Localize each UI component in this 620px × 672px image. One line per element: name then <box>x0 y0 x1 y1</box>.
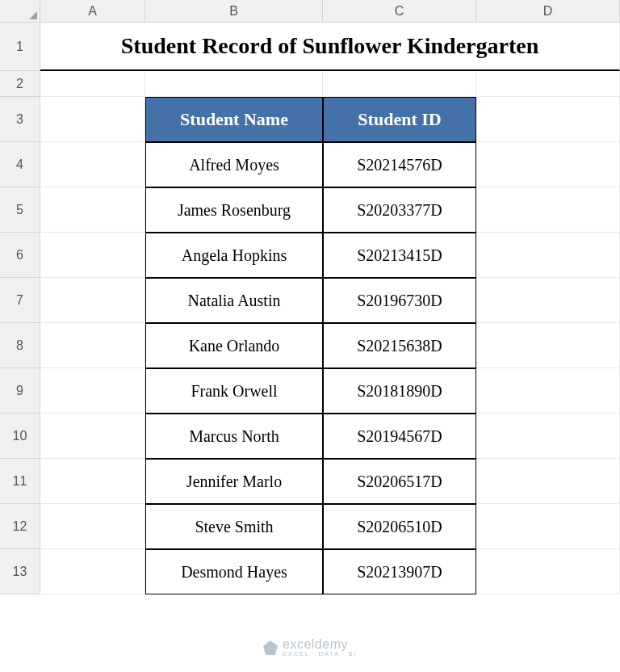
col-header-d[interactable]: D <box>476 0 620 23</box>
table-row[interactable]: S20213907D <box>323 549 476 594</box>
row-header-4[interactable]: 4 <box>0 142 40 187</box>
table-header-name[interactable]: Student Name <box>145 97 323 142</box>
table-row[interactable]: S20203377D <box>323 187 476 233</box>
row-header-7[interactable]: 7 <box>0 278 40 323</box>
watermark-sub: EXCEL · DATA · BI <box>283 651 357 657</box>
row-header-10[interactable]: 10 <box>0 414 40 459</box>
col-header-a[interactable]: A <box>40 0 145 23</box>
row-header-2[interactable]: 2 <box>0 71 40 97</box>
table-row[interactable]: Alfred Moyes <box>145 142 323 187</box>
table-row[interactable]: S20206510D <box>323 504 476 549</box>
row-header-6[interactable]: 6 <box>0 233 40 278</box>
cell-a2[interactable] <box>40 71 145 97</box>
cell-d6[interactable] <box>476 233 620 278</box>
cell-d13[interactable] <box>476 549 620 594</box>
col-header-c[interactable]: C <box>323 0 476 23</box>
cell-a13[interactable] <box>40 549 145 594</box>
cell-a6[interactable] <box>40 233 145 278</box>
table-row[interactable]: Frank Orwell <box>145 368 323 414</box>
exceldemy-logo-icon <box>263 640 278 655</box>
cell-d9[interactable] <box>476 368 620 414</box>
row-header-8[interactable]: 8 <box>0 323 40 368</box>
table-row[interactable]: S20194567D <box>323 414 476 459</box>
row-header-11[interactable]: 11 <box>0 459 40 504</box>
cell-d2[interactable] <box>476 71 620 97</box>
cell-d5[interactable] <box>476 187 620 233</box>
table-row[interactable]: Kane Orlando <box>145 323 323 368</box>
table-row[interactable]: Desmond Hayes <box>145 549 323 594</box>
cell-d10[interactable] <box>476 414 620 459</box>
table-row[interactable]: S20215638D <box>323 323 476 368</box>
table-row[interactable]: Steve Smith <box>145 504 323 549</box>
cell-c2[interactable] <box>323 71 476 97</box>
table-row[interactable]: S20213415D <box>323 233 476 278</box>
table-row[interactable]: S20181890D <box>323 368 476 414</box>
table-row[interactable]: S20214576D <box>323 142 476 187</box>
table-row[interactable]: S20196730D <box>323 278 476 323</box>
table-row[interactable]: S20206517D <box>323 459 476 504</box>
table-row[interactable]: Marcus North <box>145 414 323 459</box>
row-header-13[interactable]: 13 <box>0 549 40 594</box>
cell-a7[interactable] <box>40 278 145 323</box>
row-header-1[interactable]: 1 <box>0 23 40 71</box>
cell-a3[interactable] <box>40 97 145 142</box>
table-row[interactable]: Natalia Austin <box>145 278 323 323</box>
cell-a9[interactable] <box>40 368 145 414</box>
cell-a11[interactable] <box>40 459 145 504</box>
col-header-b[interactable]: B <box>145 0 323 23</box>
cell-a5[interactable] <box>40 187 145 233</box>
cell-d8[interactable] <box>476 323 620 368</box>
cell-a10[interactable] <box>40 414 145 459</box>
table-row[interactable]: Angela Hopkins <box>145 233 323 278</box>
cell-b2[interactable] <box>145 71 323 97</box>
row-header-3[interactable]: 3 <box>0 97 40 142</box>
cell-a8[interactable] <box>40 323 145 368</box>
spreadsheet-grid: A B C D 1 Student Record of Sunflower Ki… <box>0 0 620 594</box>
cell-a12[interactable] <box>40 504 145 549</box>
cell-d4[interactable] <box>476 142 620 187</box>
watermark-text: exceldemy EXCEL · DATA · BI <box>283 638 357 657</box>
page-title[interactable]: Student Record of Sunflower Kindergarten <box>40 23 620 71</box>
cell-d12[interactable] <box>476 504 620 549</box>
cell-a4[interactable] <box>40 142 145 187</box>
cell-d3[interactable] <box>476 97 620 142</box>
row-header-5[interactable]: 5 <box>0 187 40 233</box>
watermark: exceldemy EXCEL · DATA · BI <box>263 638 357 657</box>
table-header-id[interactable]: Student ID <box>323 97 476 142</box>
table-row[interactable]: James Rosenburg <box>145 187 323 233</box>
watermark-main: exceldemy <box>283 638 357 651</box>
row-header-9[interactable]: 9 <box>0 368 40 414</box>
row-header-12[interactable]: 12 <box>0 504 40 549</box>
select-all-corner[interactable] <box>0 0 40 23</box>
cell-d11[interactable] <box>476 459 620 504</box>
table-row[interactable]: Jennifer Marlo <box>145 459 323 504</box>
cell-d7[interactable] <box>476 278 620 323</box>
